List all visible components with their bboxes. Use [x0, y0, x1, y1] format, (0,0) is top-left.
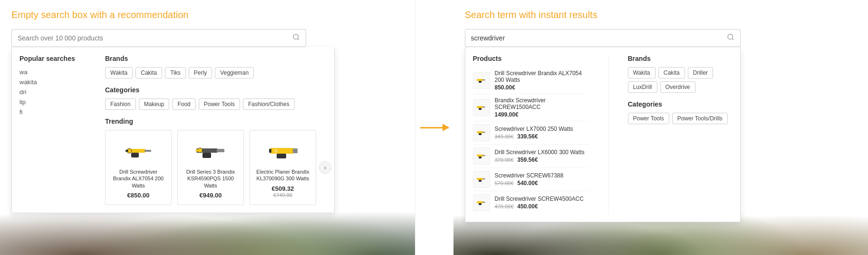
product-name: Brandix Screwdriver SCREW1500ACC: [495, 97, 589, 110]
product-icon: [473, 194, 490, 211]
product-prices: 349.00€ 339.56€: [495, 133, 589, 140]
svg-point-0: [293, 34, 299, 39]
left-panel: Empty search box with a recommendation P…: [0, 0, 415, 255]
product-info: Brandix Screwdriver SCREW1500ACC 1499.00…: [495, 97, 589, 118]
vertical-divider: [608, 55, 609, 214]
product-item[interactable]: Drill Screwdriver Brandix ALX7054 200 Wa…: [473, 67, 589, 94]
products-section: Products Drill Screwdriver Brandix ALX70…: [473, 55, 589, 214]
svg-rect-13: [293, 148, 298, 153]
product-item[interactable]: Brandix Screwdriver SCREW1500ACC 1499.00…: [473, 94, 589, 121]
product-price-new: 339.56€: [517, 133, 538, 140]
search-icon: [292, 33, 300, 43]
trending-item-price: €850.00: [111, 192, 165, 199]
svg-rect-23: [482, 107, 485, 108]
product-item[interactable]: Screwdriver SCREW67388 570.00€ 540.00€: [473, 168, 589, 191]
brand-tag[interactable]: Wakita: [105, 67, 133, 78]
brand-tag[interactable]: Cakita: [135, 67, 162, 78]
brand-tag[interactable]: Cakita: [658, 67, 685, 78]
brands-tags: Wakita Cakita Tiks Perly Veggieman: [105, 67, 327, 78]
trending-item[interactable]: Drill Screwdriver Brandix ALX7054 200 Wa…: [105, 130, 172, 205]
list-item[interactable]: wa: [19, 67, 96, 77]
product-name: Screwdriver SCREW67388: [495, 172, 589, 179]
category-tag[interactable]: Power Tools: [628, 113, 669, 124]
brand-tag[interactable]: Veggieman: [215, 67, 254, 78]
product-info: Drill Screwdriver LX6000 300 Watts 370.0…: [495, 149, 589, 163]
search-icon: [727, 33, 734, 43]
svg-rect-26: [482, 132, 485, 133]
brands-heading: Brands: [105, 55, 327, 62]
product-price: 1499.00€: [495, 111, 519, 118]
trending-item[interactable]: Drill Series 3 Brandix KSR4590PQS 1500 W…: [177, 130, 244, 205]
trending-item-price-old: €749.00: [256, 192, 310, 198]
svg-rect-19: [477, 79, 483, 81]
trending-list: Drill Screwdriver Brandix ALX7054 200 Wa…: [105, 130, 327, 205]
results-brands-heading: Brands: [628, 55, 733, 62]
right-search-box[interactable]: [465, 29, 741, 47]
brand-tag[interactable]: Driller: [688, 67, 713, 78]
product-info: Screwdriver LX7000 250 Watts 349.00€ 339…: [495, 126, 589, 140]
list-item[interactable]: dri: [19, 87, 96, 97]
trending-item[interactable]: Electric Planer Brandix KL370090G 300 Wa…: [250, 130, 316, 205]
product-item[interactable]: Drill Screwdriver SCREW4500ACC 470.00€ 4…: [473, 191, 589, 214]
category-tag[interactable]: Fashion: [105, 98, 136, 110]
product-info: Drill Screwdriver Brandix ALX7054 200 Wa…: [495, 70, 589, 91]
product-price: 850.00€: [495, 84, 515, 91]
trending-heading: Trending: [105, 118, 327, 125]
category-tag[interactable]: Makeup: [139, 98, 170, 110]
carousel-next-button[interactable]: ›: [319, 161, 331, 174]
svg-rect-35: [482, 202, 485, 203]
product-prices: 1499.00€: [495, 111, 589, 118]
svg-rect-4: [131, 153, 139, 157]
product-price-new: 540.00€: [517, 180, 538, 186]
svg-rect-9: [203, 153, 211, 158]
brand-tag[interactable]: Tiks: [165, 67, 186, 78]
svg-point-10: [198, 148, 203, 153]
product-icon: [473, 99, 490, 116]
svg-rect-36: [479, 203, 482, 205]
product-price-old: 470.00€: [495, 204, 514, 209]
trending-item-price: €509.32: [256, 185, 310, 192]
product-price-new: 450.00€: [517, 203, 538, 210]
list-item[interactable]: fi: [19, 107, 96, 117]
category-tag[interactable]: Power Tools/Drills: [672, 113, 728, 124]
product-name: Screwdriver LX7000 250 Watts: [495, 126, 589, 132]
results-brands-tags: Wakita Cakita Driller LuxDrill Overdrive: [628, 67, 733, 93]
product-icon: [473, 72, 490, 89]
svg-line-18: [732, 39, 733, 40]
list-item[interactable]: lip: [19, 97, 96, 107]
svg-rect-25: [477, 131, 483, 133]
trending-item-name: Drill Series 3 Brandix KSR4590PQS 1500 W…: [183, 168, 238, 189]
categories-tags: Fashion Makeup Food Power Tools Fashion/…: [105, 98, 327, 110]
right-search-input[interactable]: [471, 34, 727, 42]
product-name: Drill Screwdriver Brandix ALX7054 200 Wa…: [495, 70, 589, 83]
svg-rect-27: [479, 133, 482, 135]
product-price-new: 359.56€: [517, 157, 538, 163]
product-item[interactable]: Drill Screwdriver LX6000 300 Watts 370.0…: [473, 145, 589, 168]
product-icon: [473, 171, 490, 188]
category-tag[interactable]: Power Tools: [199, 98, 240, 110]
svg-rect-20: [482, 79, 485, 80]
svg-rect-14: [277, 154, 286, 158]
left-search-input[interactable]: [18, 34, 292, 42]
svg-rect-32: [482, 178, 485, 179]
brand-tag[interactable]: LuxDrill: [628, 81, 657, 93]
svg-rect-30: [479, 157, 482, 158]
svg-rect-33: [479, 180, 482, 182]
categories-heading: Categories: [105, 86, 327, 94]
category-tag[interactable]: Fashion/Clothes: [243, 98, 295, 110]
product-item[interactable]: Screwdriver LX7000 250 Watts 349.00€ 339…: [473, 121, 589, 145]
brand-tag[interactable]: Overdrive: [660, 81, 695, 93]
list-item[interactable]: wakita: [19, 77, 96, 87]
popular-searches-heading: Popular searches: [19, 55, 96, 62]
left-search-box[interactable]: [11, 29, 306, 47]
category-tag[interactable]: Food: [172, 98, 195, 110]
brand-tag[interactable]: Wakita: [628, 67, 656, 78]
product-price-old: 570.00€: [495, 180, 514, 186]
brand-tag[interactable]: Perly: [189, 67, 212, 78]
product-prices: 570.00€ 540.00€: [495, 180, 589, 186]
svg-rect-3: [145, 150, 151, 152]
results-categories-heading: Categories: [628, 100, 733, 108]
svg-line-1: [298, 39, 299, 40]
popular-searches-section: Popular searches wa wakita dri lip fi: [19, 55, 96, 205]
svg-rect-21: [479, 81, 482, 83]
